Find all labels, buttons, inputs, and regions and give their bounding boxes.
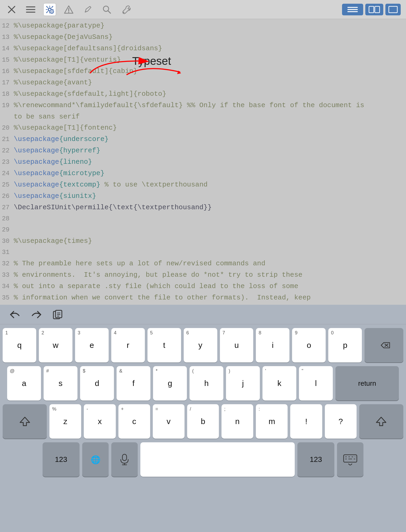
line-number: 35	[0, 292, 14, 303]
line-content: %\usepackage[T1]{venturis}	[14, 54, 406, 65]
code-line: 27\DeclareSIUnit\permille{\text{\textper…	[0, 202, 406, 213]
key-s[interactable]: #s	[44, 366, 77, 401]
key-123-right[interactable]: 123	[297, 442, 334, 477]
key-globe[interactable]: 🌐	[82, 442, 109, 477]
line-content: % environments. It's annoying, but pleas…	[14, 269, 406, 280]
key-f[interactable]: &f	[117, 366, 150, 401]
line-number: 12	[0, 20, 14, 31]
line-content: to be sans serif	[14, 111, 406, 122]
view-btn-split[interactable]	[365, 4, 383, 15]
code-line: 15%\usepackage[T1]{venturis}	[0, 54, 406, 66]
line-content: \usepackage{siunitx}	[14, 190, 406, 202]
keyboard-row-3: %z -x +c =v /b ;n :m ! ?	[3, 404, 403, 439]
key-123-left[interactable]: 123	[43, 442, 80, 477]
key-l[interactable]: "l	[299, 366, 333, 401]
key-shift-left[interactable]	[3, 404, 47, 439]
line-content: %\renewcommand*\familydefault{\sfdefault…	[14, 100, 406, 111]
line-content: % The preamble here sets up a lot of new…	[14, 258, 406, 269]
keyboard: 1q 2w 3e 4r 5t 6y 7u 8i 9o 0p @a #s $d &…	[0, 324, 406, 532]
key-k[interactable]: 'k	[262, 366, 296, 401]
line-content: %\usepackage{avant}	[14, 77, 406, 88]
view-btn-lines[interactable]	[342, 4, 363, 15]
key-m[interactable]: :m	[256, 404, 288, 439]
key-exclaim[interactable]: !	[290, 404, 322, 439]
key-return[interactable]: return	[335, 366, 399, 401]
key-c[interactable]: +c	[118, 404, 150, 439]
code-line: 16%\usepackage[sfdefault]{cabin}	[0, 66, 406, 77]
wrench-icon[interactable]	[119, 3, 132, 16]
key-w[interactable]: 2w	[39, 328, 72, 362]
typeset-label: Typeset	[132, 56, 171, 67]
view-btn-single[interactable]	[385, 4, 401, 15]
paste-button[interactable]	[51, 308, 65, 321]
keyboard-section: 1q 2w 3e 4r 5t 6y 7u 8i 9o 0p @a #s $d &…	[0, 305, 406, 532]
line-number: 27	[0, 202, 14, 213]
line-number: 22	[0, 145, 14, 156]
key-i[interactable]: 8i	[256, 328, 289, 362]
key-u[interactable]: 7u	[220, 328, 253, 362]
key-z[interactable]: %z	[49, 404, 81, 439]
keyboard-toolbar	[0, 305, 406, 324]
key-backspace[interactable]	[365, 328, 403, 362]
code-editor[interactable]: 12%\usepackage{paratype}13%\usepackage{D…	[0, 19, 406, 305]
svg-rect-19	[389, 6, 397, 13]
key-keyboard-dismiss[interactable]	[337, 442, 363, 477]
redo-button[interactable]	[30, 308, 43, 321]
svg-point-10	[68, 12, 69, 13]
key-microphone[interactable]	[111, 442, 138, 477]
key-j[interactable]: )j	[226, 366, 260, 401]
line-content: %\usepackage{paratype}	[14, 20, 406, 31]
code-line: 23\usepackage{lineno}	[0, 156, 406, 168]
pen-icon[interactable]	[81, 3, 94, 16]
line-number: 25	[0, 179, 14, 190]
close-button[interactable]	[5, 3, 18, 16]
key-question[interactable]: ?	[325, 404, 357, 439]
undo-button[interactable]	[8, 308, 22, 321]
key-n[interactable]: ;n	[222, 404, 253, 439]
code-line: 18%\usepackage{sfdefault,light]{roboto}	[0, 88, 406, 100]
key-space[interactable]	[140, 442, 295, 477]
line-content: % information when we convert the file t…	[14, 292, 406, 303]
line-content: %\usepackage{DejaVuSans}	[14, 31, 406, 43]
line-content: \DeclareSIUnit\permille{\text{\textperth…	[14, 202, 406, 213]
key-e[interactable]: 3e	[75, 328, 109, 362]
line-number: 19	[0, 100, 14, 111]
key-o[interactable]: 9o	[292, 328, 326, 362]
key-v[interactable]: =v	[153, 404, 184, 439]
key-x[interactable]: -x	[84, 404, 116, 439]
code-lines: 12%\usepackage{paratype}13%\usepackage{D…	[0, 19, 406, 305]
line-number: 14	[0, 43, 14, 54]
line-number: 20	[0, 122, 14, 134]
key-d[interactable]: $d	[80, 366, 114, 401]
key-t[interactable]: 5t	[147, 328, 181, 362]
key-a[interactable]: @a	[7, 366, 41, 401]
line-content: %\usepackage{times}	[14, 235, 406, 247]
line-number: 16	[0, 66, 14, 77]
menu-icon[interactable]	[24, 3, 37, 16]
search-icon[interactable]	[100, 3, 113, 16]
key-h[interactable]: (h	[190, 366, 223, 401]
key-p[interactable]: 0p	[328, 328, 362, 362]
key-r[interactable]: 4r	[111, 328, 145, 362]
code-line: 24\usepackage{microtype}	[0, 168, 406, 179]
svg-rect-18	[375, 6, 380, 13]
key-y[interactable]: 6y	[184, 328, 217, 362]
svg-point-13	[123, 12, 124, 13]
warning-icon[interactable]	[62, 3, 75, 16]
svg-rect-31	[344, 455, 357, 462]
line-number: 13	[0, 32, 14, 43]
code-line: 12%\usepackage{paratype}	[0, 20, 406, 31]
settings-icon[interactable]: ⚙	[43, 3, 56, 16]
line-content: % out into a separate .sty file (which c…	[14, 281, 406, 292]
key-g[interactable]: *g	[153, 366, 187, 401]
key-b[interactable]: /b	[187, 404, 219, 439]
line-number: 28	[0, 213, 14, 224]
key-q[interactable]: 1q	[3, 328, 36, 362]
code-line: 32% The preamble here sets up a lot of n…	[0, 258, 406, 269]
svg-rect-28	[122, 454, 127, 461]
code-line: 35% information when we convert the file…	[0, 292, 406, 303]
line-number: 23	[0, 157, 14, 168]
code-line: to be sans serif	[0, 111, 406, 122]
line-content: \usepackage{microtype}	[14, 168, 406, 179]
key-shift-right[interactable]	[359, 404, 403, 439]
